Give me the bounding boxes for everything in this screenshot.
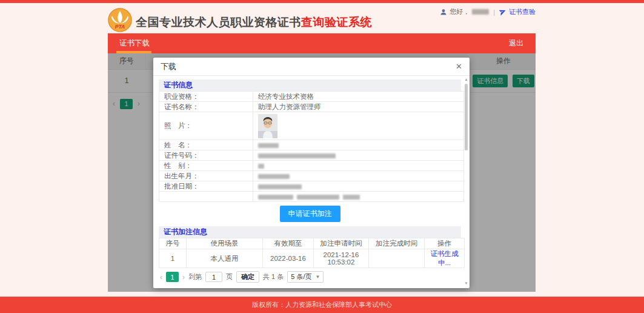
copyright-text: 版权所有：人力资源和社会保障部人事考试中心 xyxy=(252,300,392,309)
field-label: 证件号码： xyxy=(159,150,253,161)
page-title: 全国专业技术人员职业资格证书查询验证系统 xyxy=(136,15,372,30)
field-label: 职业资格： xyxy=(159,92,253,102)
field-value-redacted xyxy=(253,192,464,202)
table-row xyxy=(159,192,464,202)
pta-logo: PTA xyxy=(108,8,132,32)
redacted-value xyxy=(258,153,336,158)
redacted-value xyxy=(258,184,302,189)
page-size-value: 5 条/页 xyxy=(291,272,311,281)
page-size-select[interactable]: 5 条/页 ▼ xyxy=(287,271,324,283)
annotation-header-row: 序号 使用场景 有效期至 加注申请时间 加注完成时间 操作 xyxy=(159,238,465,249)
table-row: 证件号码： xyxy=(159,150,464,161)
active-page-button[interactable]: 1 xyxy=(166,272,179,282)
modal-scrollbar[interactable]: ▲ ▼ xyxy=(463,76,469,288)
close-icon[interactable]: ✕ xyxy=(456,58,462,76)
redacted-value xyxy=(258,164,264,169)
redacted-value xyxy=(297,195,339,200)
field-value: 经济专业技术资格 xyxy=(253,92,464,102)
page-title-accent: 查询验证系统 xyxy=(301,16,372,29)
top-accent-strip xyxy=(0,0,644,3)
share-arrow-icon xyxy=(499,8,506,16)
cert-generating-link[interactable]: 证书生成中... xyxy=(431,250,459,266)
cert-verify-link[interactable]: 证书查验 xyxy=(509,7,536,16)
field-label: 姓 名： xyxy=(159,140,253,150)
certificate-info-table: 职业资格： 经济专业技术资格 证书名称： 助理人力资源管理师 照 片： xyxy=(159,91,464,202)
redacted-value xyxy=(258,174,290,179)
table-row: 性 别： xyxy=(159,161,464,171)
page-unit-label: 页 xyxy=(226,272,233,281)
scroll-up-icon[interactable]: ▲ xyxy=(463,76,469,82)
table-row: 批准日期： xyxy=(159,181,464,192)
separator: | xyxy=(493,8,495,16)
field-value-redacted xyxy=(253,161,464,171)
page-title-main: 全国专业技术人员职业资格证书 xyxy=(136,16,301,29)
col-header: 有效期至 xyxy=(263,238,314,249)
field-label: 证书名称： xyxy=(159,102,253,112)
col-header: 使用场景 xyxy=(187,238,263,249)
chevron-down-icon: ▼ xyxy=(315,274,320,280)
table-row: 职业资格： 经济专业技术资格 xyxy=(159,92,464,102)
table-row: 姓 名： xyxy=(159,140,464,150)
col-header: 操作 xyxy=(425,238,465,249)
field-value-redacted xyxy=(253,181,464,192)
next-page-icon[interactable]: › xyxy=(182,273,185,281)
download-modal: 下载 ✕ 证书信息 职业资格： 经济专业技术资格 证书名称： 助理人力资源管理师… xyxy=(153,58,470,288)
logo-text: PTA xyxy=(115,24,125,30)
field-label: 性 别： xyxy=(159,161,253,171)
field-value-redacted xyxy=(253,171,464,181)
redacted-value xyxy=(343,195,360,200)
field-label: 批准日期： xyxy=(159,181,253,192)
main-nav: 证书下载 退出 xyxy=(108,33,536,53)
redacted-value xyxy=(258,195,293,200)
page-footer: 版权所有：人力资源和社会保障部人事考试中心 xyxy=(0,297,644,313)
prev-page-icon[interactable]: ‹ xyxy=(160,273,162,281)
user-bar: 您好， | 证书查验 xyxy=(440,7,536,16)
cell-apply-time: 2021-12-16 10:53:02 xyxy=(314,249,369,268)
user-icon xyxy=(440,8,447,16)
page-number-input[interactable] xyxy=(205,272,222,282)
col-header: 序号 xyxy=(159,238,187,249)
field-value-redacted xyxy=(253,150,464,161)
cell-index: 1 xyxy=(159,249,187,268)
field-label xyxy=(159,192,253,202)
field-label: 出生年月： xyxy=(159,171,253,181)
annotation-table: 序号 使用场景 有效期至 加注申请时间 加注完成时间 操作 1 本人通用 202… xyxy=(159,238,465,268)
modal-body: 证书信息 职业资格： 经济专业技术资格 证书名称： 助理人力资源管理师 照 片： xyxy=(153,76,470,288)
cell-scene: 本人通用 xyxy=(187,249,263,268)
col-header: 加注完成时间 xyxy=(369,238,425,249)
greeting-text: 您好， xyxy=(450,7,470,16)
total-count-label: 共 1 条 xyxy=(263,272,284,281)
field-value-redacted xyxy=(253,140,464,150)
cell-valid-until: 2022-03-16 xyxy=(263,249,314,268)
logout-button[interactable]: 退出 xyxy=(509,33,523,53)
modal-pagination: ‹ 1 › 到第 页 确定 共 1 条 5 条/页 ▼ xyxy=(159,271,461,283)
scroll-down-icon[interactable]: ▼ xyxy=(463,280,469,286)
confirm-page-button[interactable]: 确定 xyxy=(236,271,259,283)
field-value: 助理人力资源管理师 xyxy=(253,102,464,112)
cell-action: 证书生成中... xyxy=(425,249,465,268)
redacted-value xyxy=(258,143,279,148)
field-value xyxy=(253,112,464,140)
scrollbar-thumb[interactable] xyxy=(465,84,468,150)
modal-title: 下载 xyxy=(161,62,176,71)
certificate-photo xyxy=(258,114,277,138)
apply-button-row: 申请证书加注 xyxy=(159,202,461,226)
table-row: 1 本人通用 2022-03-16 2021-12-16 10:53:02 证书… xyxy=(159,249,465,268)
table-row: 照 片： xyxy=(159,112,464,140)
table-row: 出生年月： xyxy=(159,171,464,181)
redacted-username xyxy=(472,9,489,15)
col-header: 加注申请时间 xyxy=(314,238,369,249)
apply-annotation-button[interactable]: 申请证书加注 xyxy=(280,206,340,222)
modal-header: 下载 ✕ xyxy=(153,58,470,76)
goto-label: 到第 xyxy=(188,272,202,281)
cell-complete-time xyxy=(369,249,425,268)
section-annotation-info: 证书加注信息 xyxy=(159,226,461,238)
field-label: 照 片： xyxy=(159,112,253,140)
table-row: 证书名称： 助理人力资源管理师 xyxy=(159,102,464,112)
section-cert-info: 证书信息 xyxy=(159,79,461,91)
